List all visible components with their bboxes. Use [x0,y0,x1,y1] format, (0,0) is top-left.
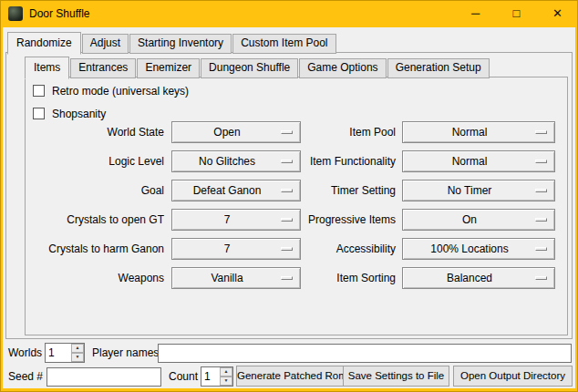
crystals-harm-ganon-label: Crystals to harm Ganon [26,238,164,260]
accessibility-dropdown[interactable]: 100% Locations [402,238,555,260]
tab-dungeon-shuffle[interactable]: Dungeon Shuffle [201,58,298,78]
world-state-label: World State [26,121,164,143]
randomize-pane: Items Entrances Enemizer Dungeon Shuffle… [5,52,573,339]
item-pool-value: Normal [407,122,532,142]
tab-enemizer[interactable]: Enemizer [137,58,200,78]
window-controls: ─ □ ✕ [455,0,578,27]
logic-level-label: Logic Level [26,150,164,172]
tab-custom-item-pool[interactable]: Custom Item Pool [232,34,335,54]
item-sorting-label: Item Sorting [255,267,396,289]
accessibility-value: 100% Locations [407,239,532,259]
dropdown-indicator-icon [535,130,547,134]
player-names-input[interactable] [158,344,572,363]
item-pool-label: Item Pool [255,121,396,143]
item-sorting-value: Balanced [407,268,532,288]
tab-randomize[interactable]: Randomize [7,32,81,55]
progressive-items-dropdown[interactable]: On [402,209,555,231]
shopsanity-label: Shopsanity [52,108,106,120]
tab-items[interactable]: Items [25,57,69,79]
settings-row-3: Goal Defeat Ganon Timer Setting No Timer [26,180,567,201]
weapons-label: Weapons [26,267,164,289]
spin-down-icon[interactable]: ▼ [71,353,84,362]
retro-mode-label: Retro mode (universal keys) [52,85,189,98]
item-sorting-dropdown[interactable]: Balanced [402,267,555,289]
timer-setting-dropdown[interactable]: No Timer [402,180,555,201]
open-output-button[interactable]: Open Output Directory [453,366,573,387]
shopsanity-checkbox[interactable] [33,108,45,119]
main-tab-bar: Randomize Adjust Starting Inventory Cust… [7,32,337,54]
dropdown-indicator-icon [535,247,547,251]
app-window: Door Shuffle ─ □ ✕ Randomize Adjust Star… [0,0,578,392]
item-functionality-dropdown[interactable]: Normal [402,150,555,172]
retro-mode-checkbox[interactable] [33,85,45,97]
crystals-open-gt-label: Crystals to open GT [26,209,164,231]
spin-up-icon[interactable]: ▲ [220,367,232,377]
window-title: Door Shuffle [29,0,90,27]
goal-label: Goal [26,180,164,201]
tab-generation-setup[interactable]: Generation Setup [387,58,490,78]
item-functionality-value: Normal [407,151,532,171]
tab-starting-inventory[interactable]: Starting Inventory [129,34,232,54]
seed-label: Seed # [8,366,43,387]
settings-row-4: Crystals to open GT 7 Progressive Items … [26,209,567,231]
retro-mode-row: Retro mode (universal keys) [33,83,189,98]
app-icon [8,6,23,21]
dropdown-indicator-icon [535,189,547,192]
settings-row-1: World State Open Item Pool Normal [26,121,567,143]
timer-setting-label: Timer Setting [255,180,396,201]
items-pane: Retro mode (universal keys) Shopsanity W… [25,77,568,335]
spin-up-icon[interactable]: ▲ [71,344,84,353]
count-spin-buttons: ▲ ▼ [220,367,232,386]
worlds-value: 1 [46,344,71,362]
item-pool-dropdown[interactable]: Normal [402,121,555,143]
worlds-spinbox[interactable]: 1 ▲ ▼ [45,343,85,363]
save-settings-button[interactable]: Save Settings to File [343,366,449,387]
dropdown-indicator-icon [535,218,547,222]
tab-entrances[interactable]: Entrances [70,58,136,78]
player-names-label: Player names [92,343,159,363]
progressive-items-value: On [407,210,532,230]
count-value: 1 [201,367,220,386]
settings-row-5: Crystals to harm Ganon 7 Accessibility 1… [26,238,567,260]
progressive-items-label: Progressive Items [255,209,396,231]
worlds-label: Worlds [8,343,42,363]
sub-tab-bar: Items Entrances Enemizer Dungeon Shuffle… [25,57,490,78]
timer-setting-value: No Timer [407,181,532,201]
maximize-icon[interactable]: □ [496,0,537,27]
dropdown-indicator-icon [535,160,547,163]
dropdown-indicator-icon [535,276,547,280]
count-label: Count [169,366,198,387]
settings-row-2: Logic Level No Glitches Item Functionali… [26,150,567,172]
titlebar[interactable]: Door Shuffle ─ □ ✕ [0,0,578,27]
seed-input[interactable] [46,367,161,387]
worlds-spin-buttons: ▲ ▼ [71,344,84,362]
accessibility-label: Accessibility [255,238,396,260]
settings-row-6: Weapons Vanilla Item Sorting Balanced [26,267,567,289]
generate-rom-button[interactable]: Generate Patched Rom [236,366,344,387]
shopsanity-row: Shopsanity [33,106,106,121]
tab-adjust[interactable]: Adjust [82,34,129,54]
minimize-icon[interactable]: ─ [455,0,496,27]
close-icon[interactable]: ✕ [537,0,578,27]
tab-game-options[interactable]: Game Options [299,58,386,78]
count-spinbox[interactable]: 1 ▲ ▼ [201,366,233,387]
spin-down-icon[interactable]: ▼ [220,377,232,386]
window-body: Randomize Adjust Starting Inventory Cust… [3,27,575,388]
item-functionality-label: Item Functionality [255,150,396,172]
